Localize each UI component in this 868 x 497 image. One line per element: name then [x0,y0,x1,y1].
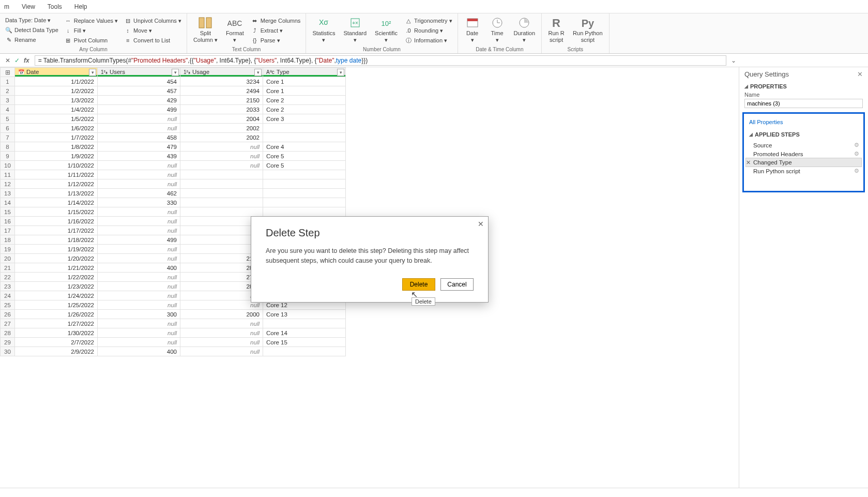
modal-overlay: ✕ Delete Step Are you sure you want to d… [0,0,868,497]
dialog-text: Are you sure you want to delete this ste… [266,246,474,266]
delete-tooltip: Delete [412,297,435,306]
cancel-button[interactable]: Cancel [440,278,474,291]
delete-button[interactable]: Delete [402,278,435,291]
dialog-close-icon[interactable]: ✕ [478,220,484,228]
dialog-title: Delete Step [266,227,474,239]
delete-step-dialog: ✕ Delete Step Are you sure you want to d… [251,216,489,303]
